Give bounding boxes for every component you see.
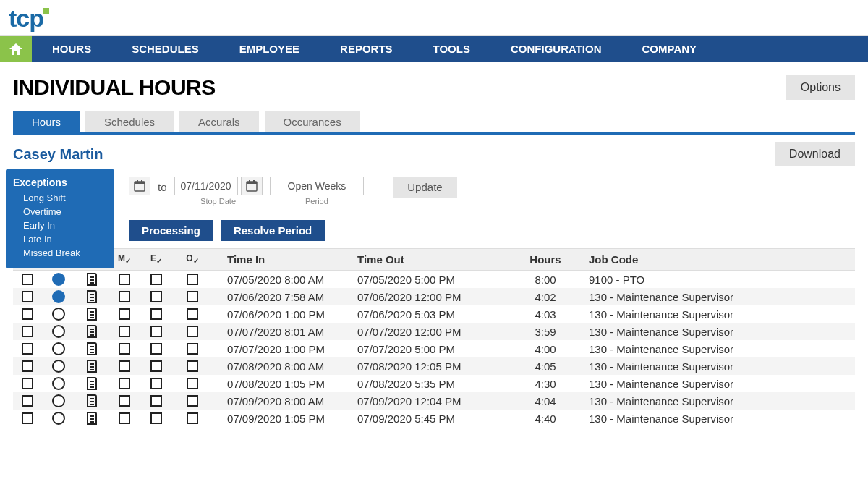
- note-icon[interactable]: [87, 360, 97, 373]
- e-checkbox[interactable]: [150, 274, 162, 285]
- e-checkbox[interactable]: [150, 395, 162, 407]
- table-row[interactable]: 07/06/2020 1:00 PM07/06/2020 5:03 PM4:03…: [13, 305, 855, 323]
- resolve-period-button[interactable]: Resolve Period: [221, 220, 325, 241]
- col-o-icon[interactable]: O✓: [172, 253, 213, 265]
- e-checkbox[interactable]: [150, 412, 162, 424]
- nav-item-employee[interactable]: EMPLOYEE: [219, 36, 320, 62]
- m-checkbox[interactable]: [119, 343, 130, 355]
- cell-hours: 4:00: [502, 343, 589, 355]
- col-e-icon[interactable]: E✓: [140, 253, 172, 265]
- col-time-in[interactable]: Time In: [213, 253, 357, 266]
- exception-indicator-icon[interactable]: [52, 325, 65, 338]
- row-checkbox[interactable]: [22, 412, 33, 424]
- row-checkbox[interactable]: [22, 308, 33, 320]
- o-checkbox[interactable]: [187, 291, 198, 302]
- row-checkbox[interactable]: [22, 291, 33, 302]
- exception-indicator-icon[interactable]: [52, 412, 65, 425]
- table-row[interactable]: 07/08/2020 1:05 PM07/08/2020 5:35 PM4:30…: [13, 375, 855, 392]
- table-row[interactable]: 07/09/2020 1:05 PM07/09/2020 5:45 PM4:40…: [13, 410, 855, 427]
- nav-item-reports[interactable]: REPORTS: [320, 36, 413, 62]
- row-checkbox[interactable]: [22, 343, 33, 355]
- e-checkbox[interactable]: [150, 360, 162, 372]
- e-checkbox[interactable]: [150, 378, 162, 389]
- note-icon[interactable]: [87, 273, 97, 286]
- table-row[interactable]: 07/07/2020 8:01 AM07/07/2020 12:00 PM3:5…: [13, 323, 855, 340]
- o-checkbox[interactable]: [187, 308, 198, 320]
- logo: tcp: [9, 4, 49, 32]
- update-button[interactable]: Update: [393, 177, 456, 198]
- m-checkbox[interactable]: [119, 291, 130, 302]
- row-checkbox[interactable]: [22, 378, 33, 389]
- cell-time-in: 07/06/2020 1:00 PM: [213, 308, 357, 321]
- exception-indicator-icon[interactable]: [52, 360, 65, 373]
- m-checkbox[interactable]: [119, 378, 130, 389]
- table-row[interactable]: 07/09/2020 8:00 AM07/09/2020 12:04 PM4:0…: [13, 392, 855, 410]
- exception-indicator-icon[interactable]: [52, 394, 65, 407]
- svg-rect-7: [253, 180, 255, 183]
- table-row[interactable]: 07/07/2020 1:00 PM07/07/2020 5:00 PM4:00…: [13, 340, 855, 357]
- m-checkbox[interactable]: [119, 326, 130, 337]
- row-checkbox[interactable]: [22, 360, 33, 372]
- note-icon[interactable]: [87, 412, 97, 425]
- m-checkbox[interactable]: [119, 412, 130, 424]
- period-select[interactable]: Open Weeks: [270, 177, 365, 195]
- tab-occurances[interactable]: Occurances: [265, 111, 360, 132]
- o-checkbox[interactable]: [187, 274, 198, 285]
- e-checkbox[interactable]: [150, 326, 162, 337]
- note-icon[interactable]: [87, 342, 97, 355]
- cell-time-in: 07/08/2020 1:05 PM: [213, 378, 357, 390]
- m-checkbox[interactable]: [119, 360, 130, 372]
- o-checkbox[interactable]: [187, 326, 198, 337]
- row-checkbox[interactable]: [22, 326, 33, 337]
- svg-rect-3: [141, 180, 142, 183]
- row-checkbox[interactable]: [22, 274, 33, 285]
- col-job-code[interactable]: Job Code: [589, 253, 855, 266]
- exception-indicator-icon[interactable]: [52, 290, 65, 303]
- svg-rect-5: [247, 182, 257, 184]
- tab-hours[interactable]: Hours: [13, 111, 80, 132]
- download-button[interactable]: Download: [775, 142, 855, 166]
- nav-item-configuration[interactable]: CONFIGURATION: [490, 36, 622, 62]
- col-time-out[interactable]: Time Out: [357, 253, 502, 266]
- col-hours[interactable]: Hours: [502, 253, 589, 266]
- nav-item-hours[interactable]: HOURS: [32, 36, 111, 62]
- exception-indicator-icon[interactable]: [52, 308, 65, 321]
- note-icon[interactable]: [87, 308, 97, 321]
- nav-item-tools[interactable]: TOOLS: [413, 36, 490, 62]
- note-icon[interactable]: [87, 290, 97, 303]
- o-checkbox[interactable]: [187, 395, 198, 407]
- nav-home-button[interactable]: [0, 36, 32, 62]
- start-date-calendar-button[interactable]: [129, 177, 150, 195]
- svg-rect-1: [135, 182, 145, 184]
- employee-name: Casey Martin: [13, 146, 103, 163]
- o-checkbox[interactable]: [187, 360, 198, 372]
- table-row[interactable]: 07/06/2020 7:58 AM07/06/2020 12:00 PM4:0…: [13, 288, 855, 305]
- stop-date-input[interactable]: 07/11/2020: [174, 177, 238, 195]
- options-button[interactable]: Options: [786, 75, 855, 100]
- o-checkbox[interactable]: [187, 343, 198, 355]
- o-checkbox[interactable]: [187, 378, 198, 389]
- stop-date-calendar-button[interactable]: [241, 177, 263, 195]
- cell-hours: 3:59: [502, 326, 589, 338]
- e-checkbox[interactable]: [150, 308, 162, 320]
- table-row[interactable]: 07/08/2020 8:00 AM07/08/2020 12:05 PM4:0…: [13, 357, 855, 375]
- note-icon[interactable]: [87, 394, 97, 407]
- cell-hours: 4:02: [502, 291, 589, 303]
- m-checkbox[interactable]: [119, 308, 130, 320]
- table-row[interactable]: 07/05/2020 8:00 AM07/05/2020 5:00 PM8:00…: [13, 271, 855, 288]
- nav-item-company[interactable]: COMPANY: [622, 36, 718, 62]
- processing-button[interactable]: Processing: [129, 220, 213, 241]
- e-checkbox[interactable]: [150, 291, 162, 302]
- nav-item-schedules[interactable]: SCHEDULES: [111, 36, 219, 62]
- note-icon[interactable]: [87, 377, 97, 390]
- exception-indicator-icon[interactable]: [52, 377, 65, 390]
- note-icon[interactable]: [87, 325, 97, 338]
- row-checkbox[interactable]: [22, 395, 33, 407]
- m-checkbox[interactable]: [119, 274, 130, 285]
- o-checkbox[interactable]: [187, 412, 198, 424]
- tab-schedules[interactable]: Schedules: [85, 111, 174, 132]
- tab-accurals[interactable]: Accurals: [179, 111, 259, 132]
- e-checkbox[interactable]: [150, 343, 162, 355]
- m-checkbox[interactable]: [119, 395, 130, 407]
- exception-indicator-icon[interactable]: [52, 342, 65, 355]
